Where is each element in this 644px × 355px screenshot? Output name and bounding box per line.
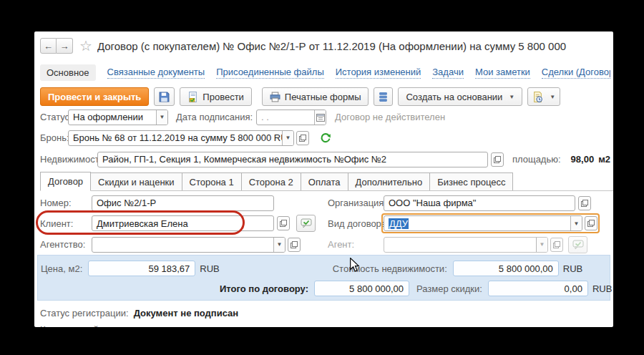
tab-party2[interactable]: Сторона 2 xyxy=(241,172,301,190)
open-contract-type-button[interactable] xyxy=(585,216,597,230)
reports-button[interactable] xyxy=(374,87,393,106)
open-agency-button[interactable] xyxy=(288,238,301,252)
refresh-button[interactable] xyxy=(320,132,331,144)
property-cost-input[interactable]: 5 800 000,00 xyxy=(453,261,559,276)
area-unit: м2 xyxy=(598,154,610,165)
discount-input[interactable]: 0,00 xyxy=(488,281,588,296)
nav-bar: Основное Связанные документы Присоединен… xyxy=(40,64,610,81)
nav-link-related-docs[interactable]: Связанные документы xyxy=(107,67,205,79)
organization-input[interactable]: ООО "Наша фирма" xyxy=(384,195,575,211)
price-currency: RUB xyxy=(200,263,219,274)
property-cost-label: Стоимость недвижимости: xyxy=(333,263,447,274)
chevron-down-icon[interactable]: ▼ xyxy=(570,216,582,230)
chevron-down-icon: ▼ xyxy=(550,94,555,100)
client-row: Клиент: Дмитриевская Елена Вид договора:… xyxy=(40,215,610,232)
back-button[interactable]: ← xyxy=(40,38,57,54)
open-link-icon xyxy=(587,220,595,227)
client-value: Дмитриевская Елена xyxy=(92,216,273,230)
tab-additional[interactable]: Дополнительно xyxy=(348,172,430,190)
favorite-star-icon[interactable]: ☆ xyxy=(79,39,92,53)
contract-type-field-focused: ДДУ ▼ xyxy=(384,215,597,231)
totals-row-1: Цена, м2: 59 183,67 RUB Стоимость недвиж… xyxy=(41,260,607,277)
booking-row: Бронь: Бронь № 68 от 11.12.2019 на сумму… xyxy=(40,130,610,146)
contract-type-select[interactable]: ДДУ ▼ xyxy=(384,215,582,231)
contract-total-input[interactable]: 5 800 000,00 xyxy=(314,281,409,296)
status-select[interactable]: На оформлении ▼ xyxy=(68,110,168,125)
chevron-down-icon[interactable]: ▼ xyxy=(156,110,167,125)
contract-invalid-warning: Договор не действителен xyxy=(335,112,445,122)
number-label: Номер: xyxy=(40,198,92,208)
price-per-m2-label: Цена, м2: xyxy=(41,263,82,274)
agency-row: Агентство: ▼ Агент: ▼ xyxy=(40,236,610,253)
open-link-icon xyxy=(299,135,306,142)
nav-link-notes[interactable]: Мои заметки xyxy=(475,67,530,79)
area-value: 98,00 xyxy=(571,154,595,165)
document-clock-icon xyxy=(532,92,543,102)
tab-payment[interactable]: Оплата xyxy=(301,172,348,190)
open-link-icon xyxy=(291,241,298,248)
property-row: Недвижимость: Район, ГП-1, Секция 1, Ком… xyxy=(40,151,610,167)
nav-link-attached-files[interactable]: Присоединенные файлы xyxy=(216,67,324,79)
open-client-button[interactable] xyxy=(277,216,290,230)
forward-button[interactable]: → xyxy=(57,38,73,54)
tab-contract[interactable]: Договор xyxy=(40,172,91,191)
chevron-down-icon[interactable]: ▼ xyxy=(536,238,547,252)
open-agent-button[interactable] xyxy=(550,238,563,252)
price-per-m2-input[interactable]: 59 183,67 xyxy=(88,261,195,276)
open-booking-button[interactable] xyxy=(296,131,309,145)
booking-select[interactable]: Бронь № 68 от 11.12.2019 на сумму 5 800 … xyxy=(68,130,294,146)
agent-select[interactable]: ▼ xyxy=(384,237,548,253)
comment-row: Комментарий: xyxy=(40,323,610,327)
status-label: Статус: xyxy=(40,112,68,122)
chat-bubble-check-icon xyxy=(572,240,584,250)
registration-status-row: Статус регистрации: Документ не подписан xyxy=(40,306,610,319)
report-stack-icon xyxy=(379,92,388,102)
contract-total-label: Итого по договору: xyxy=(220,283,308,294)
print-forms-button[interactable]: Печатные формы xyxy=(262,87,369,106)
number-input[interactable]: Офис №2/1-Р xyxy=(92,195,274,211)
status-value: На оформлении xyxy=(69,110,156,125)
property-label: Недвижимость: xyxy=(40,154,97,165)
property-input[interactable]: Район, ГП-1, Секция 1, Коммерческая недв… xyxy=(97,152,488,167)
organization-value: ООО "Наша фирма" xyxy=(384,196,575,210)
nav-item-main[interactable]: Основное xyxy=(40,64,96,81)
document-window: ← → ☆ Договор (с покупателем) № Офис №2/… xyxy=(34,31,613,327)
signing-date-label: Дата подписания: xyxy=(176,112,253,122)
client-input[interactable]: Дмитриевская Елена xyxy=(92,215,274,231)
nav-link-tasks[interactable]: Задачи xyxy=(432,67,464,79)
create-based-on-label: Создать на основании xyxy=(406,92,502,102)
agency-label: Агентство: xyxy=(40,239,92,250)
refresh-icon xyxy=(320,132,331,144)
signing-date-placeholder: . . xyxy=(257,110,314,125)
agency-select[interactable]: ▼ xyxy=(92,237,286,253)
signing-date-input[interactable]: . . xyxy=(256,110,326,125)
totals-row-2: Итого по договору: 5 800 000,00 Размер с… xyxy=(41,280,607,297)
post-button-label: Провести xyxy=(203,92,244,102)
nav-link-deals-contract[interactable]: Сделки (Договор) xyxy=(542,67,610,79)
agent-dialog-button[interactable] xyxy=(568,236,587,253)
agent-label: Агент: xyxy=(328,239,384,250)
window-header: ← → ☆ Договор (с покупателем) № Офис №2/… xyxy=(40,37,610,55)
tab-party1[interactable]: Сторона 1 xyxy=(182,172,241,190)
create-based-on-button[interactable]: Создать на основании ▼ xyxy=(398,87,522,106)
nav-link-history[interactable]: История изменений xyxy=(336,67,421,79)
open-organization-button[interactable] xyxy=(578,196,591,210)
number-value: Офис №2/1-Р xyxy=(92,196,273,210)
contract-type-value: ДДУ xyxy=(389,218,409,229)
contract-type-label: Вид договора: xyxy=(328,218,384,229)
save-button[interactable] xyxy=(154,87,175,106)
calendar-icon[interactable] xyxy=(314,110,326,125)
chat-bubble-check-icon xyxy=(301,218,312,228)
create-document-menu-button[interactable]: ▼ xyxy=(527,87,560,106)
chevron-down-icon[interactable]: ▼ xyxy=(273,238,285,252)
tab-business-process[interactable]: Бизнес процесс xyxy=(429,172,513,190)
chevron-down-icon[interactable]: ▼ xyxy=(282,131,293,145)
client-dialog-button[interactable] xyxy=(296,215,316,232)
post-button[interactable]: Провести xyxy=(180,87,252,106)
open-property-button[interactable] xyxy=(491,152,504,167)
post-and-close-button[interactable]: Провести и закрыть xyxy=(40,87,149,106)
print-forms-label: Печатные формы xyxy=(285,92,361,102)
floppy-icon xyxy=(159,92,170,102)
tab-discounts[interactable]: Скидки и наценки xyxy=(91,172,181,190)
toolbar: Провести и закрыть Провести Печатные фор… xyxy=(40,87,610,107)
